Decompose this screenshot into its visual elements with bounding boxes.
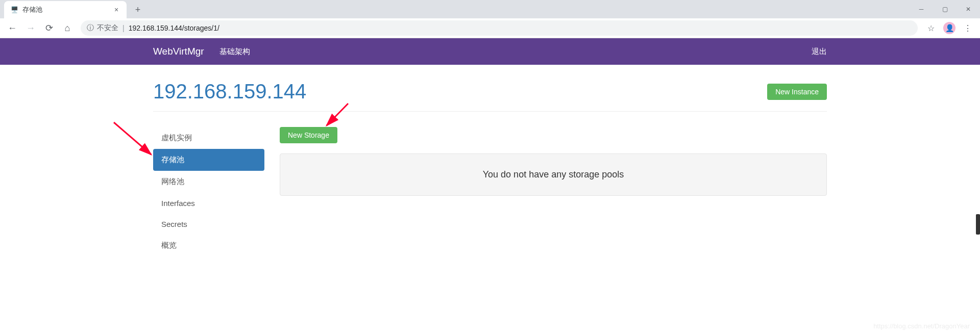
close-tab-icon[interactable]: × <box>112 6 120 14</box>
new-storage-button[interactable]: New Storage <box>280 127 337 143</box>
main-panel: New Storage You do not have any storage … <box>280 127 827 256</box>
scrollbar-thumb[interactable] <box>976 214 980 235</box>
maximize-button[interactable]: ▢ <box>933 0 957 18</box>
main-row: 虚机实例存储池网络池InterfacesSecrets概览 New Storag… <box>153 127 827 256</box>
minimize-button[interactable]: ─ <box>910 0 933 18</box>
page-header: 192.168.159.144 New Instance <box>153 80 827 112</box>
window-controls: ─ ▢ ✕ <box>910 0 980 18</box>
browser-chrome: 🖥️ 存储池 × + ─ ▢ ✕ ← → ⟳ ⌂ ⓘ 不安全 | 192.168… <box>0 0 980 38</box>
sidebar-item-3[interactable]: Interfaces <box>153 193 264 214</box>
separator: | <box>122 24 125 32</box>
sidebar-item-2[interactable]: 网络池 <box>153 171 264 193</box>
empty-state-message: You do not have any storage pools <box>280 153 827 196</box>
bookmark-star-icon[interactable]: ☆ <box>923 20 939 36</box>
address-bar: ← → ⟳ ⌂ ⓘ 不安全 | 192.168.159.144/storages… <box>0 18 980 38</box>
page-content: 192.168.159.144 New Instance 虚机实例存储池网络池I… <box>0 65 980 272</box>
tab-favicon-icon: 🖥️ <box>10 6 18 14</box>
tab-title: 存储池 <box>22 5 108 14</box>
app-navbar: WebVirtMgr 基础架构 退出 <box>0 38 980 65</box>
avatar-icon: 👤 <box>943 22 955 34</box>
watermark-text: https://blog.csdn.net/DragonYear <box>873 322 970 330</box>
home-button[interactable]: ⌂ <box>59 20 76 36</box>
forward-button[interactable]: → <box>22 20 39 36</box>
profile-button[interactable]: 👤 <box>941 20 958 36</box>
sidebar-item-4[interactable]: Secrets <box>153 214 264 235</box>
tab-bar: 🖥️ 存储池 × + ─ ▢ ✕ <box>0 0 980 18</box>
page-title[interactable]: 192.168.159.144 <box>153 80 767 103</box>
info-icon: ⓘ <box>87 23 94 33</box>
reload-button[interactable]: ⟳ <box>41 20 57 36</box>
nav-logout[interactable]: 退出 <box>812 47 827 57</box>
back-button[interactable]: ← <box>4 20 20 36</box>
close-window-button[interactable]: ✕ <box>957 0 980 18</box>
browser-menu-icon[interactable]: ⋮ <box>960 20 976 36</box>
browser-tab[interactable]: 🖥️ 存储池 × <box>4 1 127 18</box>
sidebar-item-5[interactable]: 概览 <box>153 235 264 256</box>
new-tab-button[interactable]: + <box>131 3 145 17</box>
security-indicator: ⓘ 不安全 <box>87 23 118 33</box>
new-instance-button[interactable]: New Instance <box>767 84 827 100</box>
sidebar-item-0[interactable]: 虚机实例 <box>153 127 264 149</box>
sidebar: 虚机实例存储池网络池InterfacesSecrets概览 <box>153 127 264 256</box>
nav-infrastructure[interactable]: 基础架构 <box>219 47 250 57</box>
security-label: 不安全 <box>97 23 118 33</box>
url-text: 192.168.159.144/storages/1/ <box>129 24 219 32</box>
brand-title[interactable]: WebVirtMgr <box>153 46 204 57</box>
url-field[interactable]: ⓘ 不安全 | 192.168.159.144/storages/1/ <box>81 20 918 36</box>
sidebar-item-1[interactable]: 存储池 <box>153 149 264 171</box>
